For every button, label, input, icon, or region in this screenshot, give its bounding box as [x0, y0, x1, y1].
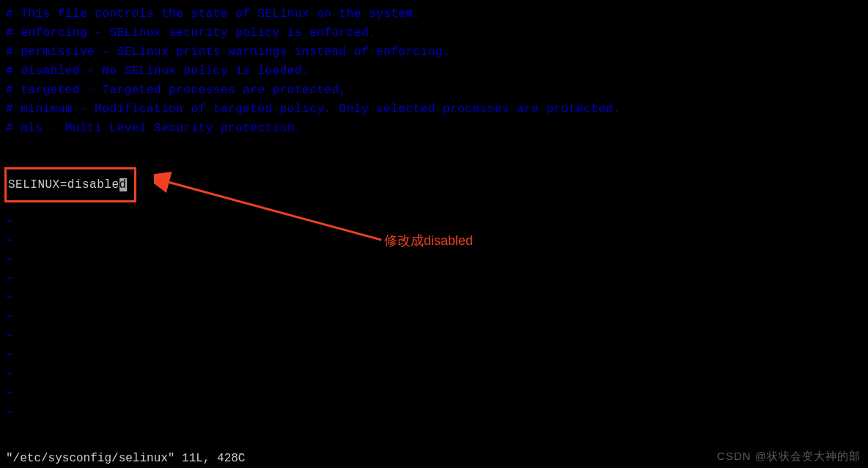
comment-line: # mls - Multi Level Security protection.	[6, 119, 862, 138]
annotation-text: 修改成disabled	[384, 232, 473, 249]
comment-line: # enforcing - SELinux security policy is…	[6, 23, 862, 43]
watermark: CSDN @状状会变大神的部	[717, 450, 861, 464]
tilde-line: ~	[6, 346, 862, 365]
tilde-line: ~	[6, 365, 862, 384]
comment-line: # This file controls the state of SELinu…	[6, 4, 862, 23]
highlighted-config: SELINUX=disabled	[4, 167, 136, 202]
tilde-line: ~	[6, 327, 862, 346]
comment-line: # minimum - Modification of targeted pol…	[6, 100, 862, 119]
tilde-line: ~	[6, 403, 862, 423]
vim-status-line: "/etc/sysconfig/selinux" 11L, 428C	[6, 452, 245, 465]
config-prefix: SELINUX=disable	[8, 178, 119, 191]
cursor: d	[119, 178, 127, 191]
tilde-line: ~	[6, 251, 862, 270]
tilde-line: ~	[6, 289, 862, 308]
terminal-editor[interactable]: # This file controls the state of SELinu…	[0, 0, 868, 427]
comment-line: # disabled - No SELinux policy is loaded…	[6, 62, 862, 81]
tilde-line: ~	[6, 384, 862, 403]
blank-line	[6, 138, 862, 157]
comment-line: # targeted - Targeted processes are prot…	[6, 81, 862, 100]
tilde-line: ~	[6, 308, 862, 327]
tilde-line: ~	[6, 213, 862, 232]
tilde-line: ~	[6, 270, 862, 289]
comment-line: # permissive - SELinux prints warnings i…	[6, 43, 862, 62]
